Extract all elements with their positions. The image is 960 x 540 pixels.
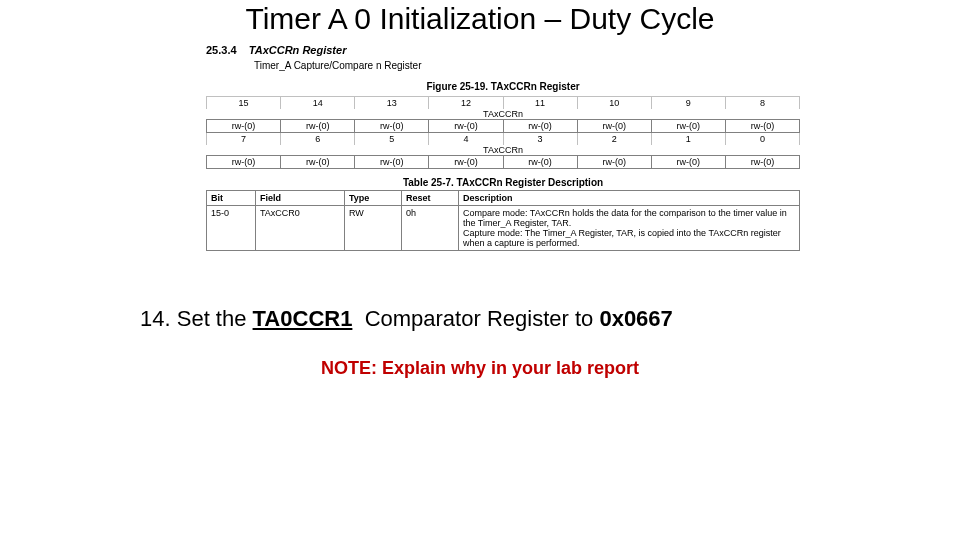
- page-title: Timer A 0 Initialization – Duty Cycle: [0, 2, 960, 36]
- bit-number: 2: [577, 133, 651, 146]
- cell-reset: 0h: [402, 206, 459, 251]
- table-row: 7 6 5 4 3 2 1 0: [207, 133, 800, 146]
- rw-cell: rw-(0): [207, 120, 281, 133]
- hex-value: 0x0667: [599, 306, 672, 331]
- rw-cell: rw-(0): [281, 156, 355, 169]
- bit-number: 12: [429, 97, 503, 110]
- bit-number: 1: [651, 133, 725, 146]
- bit-number: 0: [725, 133, 799, 146]
- table-row: rw-(0) rw-(0) rw-(0) rw-(0) rw-(0) rw-(0…: [207, 120, 800, 133]
- rw-cell: rw-(0): [429, 156, 503, 169]
- rw-cell: rw-(0): [429, 120, 503, 133]
- rw-cell: rw-(0): [503, 156, 577, 169]
- cell-field: TAxCCR0: [256, 206, 345, 251]
- rw-cell: rw-(0): [577, 120, 651, 133]
- rw-cell: rw-(0): [725, 120, 799, 133]
- table-header-row: Bit Field Type Reset Description: [207, 191, 800, 206]
- rw-cell: rw-(0): [355, 156, 429, 169]
- bit-number: 11: [503, 97, 577, 110]
- bit-number: 8: [725, 97, 799, 110]
- bit-number: 6: [281, 133, 355, 146]
- col-bit: Bit: [207, 191, 256, 206]
- table-row: 15-0 TAxCCR0 RW 0h Compare mode: TAxCCRn…: [207, 206, 800, 251]
- note-text: NOTE: Explain why in your lab report: [0, 358, 960, 379]
- cell-desc: Compare mode: TAxCCRn holds the data for…: [459, 206, 800, 251]
- instruction-line: 14. Set the TA0CCR1 Comparator Register …: [140, 306, 673, 332]
- bit-number: 5: [355, 133, 429, 146]
- figure-caption: Figure 25-19. TAxCCRn Register: [206, 81, 800, 92]
- section-subtitle: Timer_A Capture/Compare n Register: [206, 60, 800, 71]
- slide: Timer A 0 Initialization – Duty Cycle 25…: [0, 0, 960, 540]
- step-number: 14.: [140, 306, 171, 331]
- bit-number: 13: [355, 97, 429, 110]
- bit-number: 9: [651, 97, 725, 110]
- table-row: TAxCCRn: [207, 109, 800, 120]
- rw-cell: rw-(0): [577, 156, 651, 169]
- col-reset: Reset: [402, 191, 459, 206]
- desc-line: Compare mode: TAxCCRn holds the data for…: [463, 208, 787, 228]
- col-type: Type: [345, 191, 402, 206]
- table-caption: Table 25-7. TAxCCRn Register Description: [206, 177, 800, 188]
- field-name: TAxCCRn: [207, 109, 800, 120]
- table-row: 15 14 13 12 11 10 9 8: [207, 97, 800, 110]
- bit-number: 14: [281, 97, 355, 110]
- instruction-text: Set the: [177, 306, 247, 331]
- rw-cell: rw-(0): [651, 120, 725, 133]
- bit-number: 4: [429, 133, 503, 146]
- section-title: TAxCCRn Register: [249, 44, 347, 56]
- col-field: Field: [256, 191, 345, 206]
- rw-cell: rw-(0): [503, 120, 577, 133]
- instruction-text: Comparator Register to: [365, 306, 594, 331]
- bit-number: 10: [577, 97, 651, 110]
- section-number: 25.3.4: [206, 44, 237, 56]
- rw-cell: rw-(0): [281, 120, 355, 133]
- register-name: TA0CCR1: [253, 306, 353, 331]
- table-row: rw-(0) rw-(0) rw-(0) rw-(0) rw-(0) rw-(0…: [207, 156, 800, 169]
- register-description-table: Bit Field Type Reset Description 15-0 TA…: [206, 190, 800, 251]
- bit-number: 3: [503, 133, 577, 146]
- datasheet-excerpt: 25.3.4 TAxCCRn Register Timer_A Capture/…: [206, 44, 800, 251]
- rw-cell: rw-(0): [725, 156, 799, 169]
- cell-bit: 15-0: [207, 206, 256, 251]
- section-heading: 25.3.4 TAxCCRn Register: [206, 44, 800, 56]
- table-row: TAxCCRn: [207, 145, 800, 156]
- field-name: TAxCCRn: [207, 145, 800, 156]
- rw-cell: rw-(0): [207, 156, 281, 169]
- bit-number: 7: [207, 133, 281, 146]
- register-bits-table: 15 14 13 12 11 10 9 8 TAxCCRn rw-(0) rw-…: [206, 96, 800, 169]
- bit-number: 15: [207, 97, 281, 110]
- cell-type: RW: [345, 206, 402, 251]
- desc-line: Capture mode: The Timer_A Register, TAR,…: [463, 228, 781, 248]
- rw-cell: rw-(0): [355, 120, 429, 133]
- rw-cell: rw-(0): [651, 156, 725, 169]
- col-desc: Description: [459, 191, 800, 206]
